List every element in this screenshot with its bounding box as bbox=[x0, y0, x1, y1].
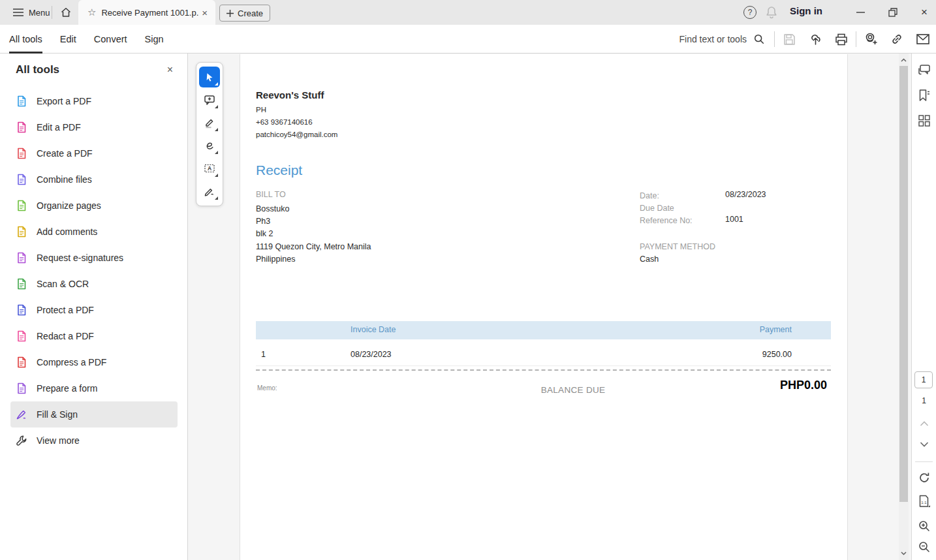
email-button[interactable] bbox=[910, 25, 936, 54]
sidebar-item-label: Add comments bbox=[37, 226, 97, 237]
tab-close-icon[interactable]: × bbox=[199, 7, 210, 18]
title-bar: Menu ☆ Receive Payment 1001.p... × Creat… bbox=[0, 0, 936, 25]
reference-label: Reference No: bbox=[640, 215, 693, 227]
scrollbar-thumb[interactable] bbox=[899, 66, 908, 502]
business-country: PH bbox=[256, 104, 337, 116]
comments-panel-button[interactable] bbox=[917, 64, 931, 77]
find-text-or-tools[interactable]: Find text or tools bbox=[679, 25, 766, 54]
toolbar-divider bbox=[774, 31, 775, 47]
sidebar-item-request-esignatures[interactable]: Request e-signatures bbox=[10, 245, 178, 271]
previous-page-button[interactable] bbox=[920, 421, 928, 426]
add-user-button[interactable] bbox=[858, 25, 884, 54]
tab-sign[interactable]: Sign bbox=[145, 25, 164, 54]
bill-to-label: BILL TO bbox=[256, 190, 286, 199]
fill-sign-icon bbox=[16, 409, 27, 420]
select-text-tool-button[interactable]: A bbox=[199, 158, 220, 179]
create-label: Create bbox=[238, 8, 263, 18]
date-value: 08/23/2023 bbox=[725, 190, 766, 199]
sidebar-item-label: Create a PDF bbox=[37, 148, 93, 159]
sidebar-item-compress-pdf[interactable]: Compress a PDF bbox=[10, 349, 178, 375]
help-button[interactable]: ? bbox=[743, 6, 757, 19]
page-thumbnails-button[interactable] bbox=[918, 115, 930, 127]
create-button[interactable]: Create bbox=[219, 5, 270, 22]
search-icon bbox=[753, 33, 765, 45]
prepare-form-icon bbox=[16, 382, 27, 394]
invoice-date-column-header: Invoice Date bbox=[351, 325, 396, 334]
bookmarks-panel-button[interactable] bbox=[918, 89, 931, 102]
scroll-down-button[interactable] bbox=[899, 548, 909, 559]
wrench-icon bbox=[16, 435, 27, 446]
sidebar-item-protect-pdf[interactable]: Protect a PDF bbox=[10, 297, 178, 323]
page-down-icon bbox=[920, 442, 928, 447]
thumbnails-icon bbox=[918, 115, 930, 127]
menu-button[interactable]: Menu bbox=[9, 0, 54, 25]
sidebar-item-fill-sign[interactable]: Fill & Sign bbox=[10, 401, 178, 428]
next-page-button[interactable] bbox=[920, 442, 928, 447]
sidebar-item-redact-pdf[interactable]: Redact a PDF bbox=[10, 323, 178, 349]
add-comment-tool-button[interactable] bbox=[199, 89, 220, 110]
zoom-out-button[interactable] bbox=[918, 540, 931, 553]
sidebar-item-create-pdf[interactable]: Create a PDF bbox=[10, 140, 178, 166]
rail-divider bbox=[915, 461, 933, 462]
tab-convert[interactable]: Convert bbox=[94, 25, 127, 54]
rotate-page-button[interactable] bbox=[918, 471, 931, 484]
sidebar-item-scan-ocr[interactable]: Scan & OCR bbox=[10, 271, 178, 297]
payment-column-header: Payment bbox=[760, 325, 792, 334]
sign-in-button[interactable]: Sign in bbox=[790, 5, 822, 16]
save-button[interactable] bbox=[776, 25, 802, 54]
svg-text:1:1: 1:1 bbox=[921, 501, 927, 505]
tab-all-tools[interactable]: All tools bbox=[9, 25, 42, 54]
all-tools-panel: All tools × Export a PDF Edit a PDF Crea… bbox=[0, 54, 188, 560]
panel-title: All tools bbox=[16, 63, 59, 76]
select-tool-button[interactable] bbox=[199, 67, 220, 87]
sidebar-item-combine-files[interactable]: Combine files bbox=[10, 166, 178, 193]
organize-pages-icon bbox=[16, 200, 27, 211]
zoom-out-icon bbox=[918, 540, 931, 553]
link-button[interactable] bbox=[884, 25, 910, 54]
sidebar-item-edit-pdf[interactable]: Edit a PDF bbox=[10, 114, 178, 140]
bill-to-line: Philippines bbox=[256, 253, 371, 266]
sidebar-item-label: Fill & Sign bbox=[37, 409, 78, 420]
restore-button[interactable] bbox=[879, 0, 907, 25]
quick-tools-strip: A bbox=[196, 62, 223, 206]
document-tab[interactable]: ☆ Receive Payment 1001.p... × bbox=[78, 0, 215, 25]
right-rail: 1 1:1 bbox=[911, 54, 936, 560]
page-number-input[interactable] bbox=[914, 371, 933, 388]
business-email: patchicoy54@gmail.com bbox=[256, 129, 337, 141]
home-button[interactable] bbox=[57, 5, 74, 20]
close-icon[interactable]: × bbox=[163, 63, 177, 77]
row-payment: 9250.00 bbox=[762, 350, 792, 359]
menu-bar: All tools Edit Convert Sign Find text or… bbox=[0, 25, 936, 54]
tab-edit[interactable]: Edit bbox=[60, 25, 76, 54]
draw-tool-button[interactable] bbox=[199, 135, 220, 156]
print-button[interactable] bbox=[828, 25, 854, 54]
reference-value: 1001 bbox=[725, 215, 743, 224]
zoom-in-button[interactable] bbox=[918, 520, 931, 533]
notifications-button[interactable] bbox=[765, 5, 778, 20]
minimize-button[interactable] bbox=[846, 0, 875, 25]
bill-to-line: Ph3 bbox=[256, 215, 371, 228]
sidebar-item-label: View more bbox=[37, 435, 80, 446]
chevron-down-icon bbox=[901, 552, 907, 555]
sidebar-item-export-pdf[interactable]: Export a PDF bbox=[10, 88, 178, 114]
signature-tool-button[interactable] bbox=[199, 181, 220, 202]
scroll-up-button[interactable] bbox=[899, 55, 909, 65]
sidebar-item-view-more[interactable]: View more bbox=[10, 428, 178, 454]
plus-icon bbox=[226, 10, 234, 17]
fit-page-button[interactable]: 1:1 bbox=[918, 495, 930, 508]
sidebar-item-prepare-form[interactable]: Prepare a form bbox=[10, 375, 178, 401]
share-button[interactable] bbox=[802, 25, 828, 54]
sidebar-item-label: Edit a PDF bbox=[37, 122, 81, 132]
highlight-tool-button[interactable] bbox=[199, 112, 220, 133]
combine-files-icon bbox=[16, 174, 27, 185]
sidebar-item-organize-pages[interactable]: Organize pages bbox=[10, 193, 178, 219]
close-window-button[interactable]: × bbox=[910, 0, 936, 25]
star-icon[interactable]: ☆ bbox=[87, 7, 96, 18]
sidebar-item-label: Scan & OCR bbox=[37, 279, 89, 289]
toolbar-divider bbox=[856, 31, 856, 47]
sidebar-item-label: Export a PDF bbox=[37, 96, 91, 106]
sidebar-item-add-comments[interactable]: Add comments bbox=[10, 219, 178, 245]
tab-title: Receive Payment 1001.p... bbox=[101, 8, 199, 18]
vertical-scrollbar[interactable] bbox=[899, 54, 909, 560]
payment-method-value: Cash bbox=[640, 255, 659, 264]
